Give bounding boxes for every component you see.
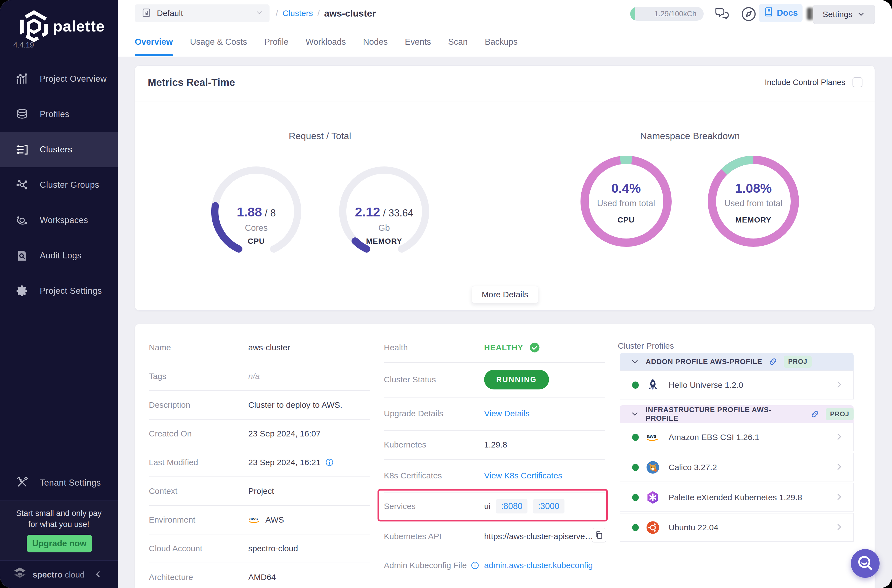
addon-profile-group-header[interactable]: ADDON PROFILE AWS-PROFILE PROJ <box>620 353 854 370</box>
namespace-cpu-percent: 0.4% <box>579 180 673 196</box>
tab-events[interactable]: Events <box>405 28 431 56</box>
breadcrumb-separator: / <box>276 8 278 18</box>
upgrade-now-button[interactable]: Upgrade now <box>27 535 92 552</box>
sidebar-item-audit-logs[interactable]: Audit Logs <box>0 238 118 273</box>
detail-label: Last Modified <box>149 458 248 467</box>
sidebar-item-label: Audit Logs <box>40 250 82 261</box>
include-control-planes-checkbox[interactable] <box>853 77 862 87</box>
row-divider <box>384 459 605 460</box>
detail-value: aws-cluster <box>248 343 290 352</box>
profile-row-amazon-ebs-csi[interactable]: aws Amazon EBS CSI 1.26.1 <box>620 423 854 452</box>
metrics-card-title: Metrics Real-Time <box>148 77 235 88</box>
docs-button[interactable]: Docs <box>759 4 802 22</box>
docs-button-label: Docs <box>777 8 798 18</box>
memory-gauge-unit: Gb <box>337 223 431 233</box>
service-port-3000-link[interactable]: :3000 <box>533 499 565 513</box>
usage-progress-fill <box>630 7 635 21</box>
tab-usage-costs[interactable]: Usage & Costs <box>190 28 247 56</box>
cpu-request-value: 1.88 <box>237 204 262 219</box>
detail-label: Environment <box>149 515 248 525</box>
project-selector-dropdown[interactable]: Default <box>135 4 270 22</box>
sidebar-item-tenant-settings[interactable]: Tenant Settings <box>0 465 118 501</box>
sidebar-item-profiles[interactable]: Profiles <box>0 97 118 132</box>
sidebar-item-label: Clusters <box>40 145 72 154</box>
proj-scope-badge: PROJ <box>784 356 812 368</box>
info-icon[interactable] <box>325 458 334 467</box>
upgrade-details-label: Upgrade Details <box>384 409 443 418</box>
more-details-button[interactable]: More Details <box>472 286 538 303</box>
request-total-title: Request / Total <box>135 130 505 141</box>
detail-row-tags: Tags n/a <box>149 362 370 391</box>
running-status-pill[interactable]: RUNNING <box>484 370 549 390</box>
tab-profile[interactable]: Profile <box>264 28 288 56</box>
breadcrumb-clusters-link[interactable]: Clusters <box>282 9 313 18</box>
breadcrumb-separator: / <box>317 8 320 18</box>
cluster-tabs: Overview Usage & Costs Profile Workloads… <box>135 28 518 56</box>
kubeconfig-label: Admin Kubeconfig File <box>384 561 467 570</box>
help-search-fab[interactable] <box>851 549 880 578</box>
sidebar-item-project-settings[interactable]: Project Settings <box>0 273 118 309</box>
sidebar-footer: spectrocloud <box>0 560 118 588</box>
server-list-icon <box>15 143 29 156</box>
detail-value: AMD64 <box>248 573 276 582</box>
sidebar-item-clusters[interactable]: Clusters <box>0 132 118 167</box>
settings-dropdown-button[interactable]: Settings <box>813 5 875 24</box>
view-details-link[interactable]: View Details <box>484 409 530 418</box>
pxk-hexagon-icon <box>645 489 661 506</box>
kubernetes-label: Kubernetes <box>384 440 426 449</box>
detail-value: 23 Sep 2024, 16:07 <box>248 429 321 438</box>
collapse-sidebar-chevron-icon[interactable] <box>93 569 103 580</box>
detail-label: Created On <box>149 429 248 438</box>
chart-split-divider <box>505 102 505 274</box>
settings-button-label: Settings <box>823 10 853 19</box>
cluster-info-column: Name aws-cluster Tags n/a Description Cl… <box>149 333 370 588</box>
tab-workloads[interactable]: Workloads <box>306 28 346 56</box>
cluster-details-card: Name aws-cluster Tags n/a Description Cl… <box>135 324 875 588</box>
sidebar-item-label: Profiles <box>40 110 69 119</box>
project-scope-icon <box>141 8 151 19</box>
svg-text:aws: aws <box>647 433 656 439</box>
cluster-profiles-title: Cluster Profiles <box>618 341 674 351</box>
service-port-8080-link[interactable]: :8080 <box>496 499 527 513</box>
network-nodes-icon <box>15 178 29 192</box>
health-label: Health <box>384 343 408 352</box>
tab-scan[interactable]: Scan <box>448 28 468 56</box>
ubuntu-logo-icon <box>645 519 661 536</box>
link-icon[interactable] <box>810 410 820 419</box>
compass-explore-icon[interactable] <box>740 6 757 24</box>
profile-row-ubuntu[interactable]: Ubuntu 22.04 <box>620 513 854 542</box>
detail-value: 23 Sep 2024, 16:21 <box>248 458 321 467</box>
profile-pack-name: Palette eXtended Kubernetes 1.29.8 <box>668 493 834 502</box>
link-icon[interactable] <box>768 357 778 366</box>
detail-row-last-modified: Last Modified 23 Sep 2024, 16:21 <box>149 448 370 477</box>
profile-row-calico[interactable]: Calico 3.27.2 <box>620 453 854 482</box>
copy-icon[interactable] <box>592 528 606 543</box>
service-name: ui <box>484 502 491 511</box>
memory-total-value: / 33.64 <box>383 207 413 219</box>
sidebar-item-project-overview[interactable]: Project Overview <box>0 61 118 97</box>
sidebar: palette 4.4.19 Project Overview Profiles… <box>0 0 118 588</box>
info-icon[interactable] <box>471 561 479 570</box>
view-k8s-certificates-link[interactable]: View K8s Certificates <box>484 471 562 480</box>
infrastructure-profile-group-header[interactable]: INFRASTRUCTURE PROFILE AWS-PROFILE PROJ <box>620 405 854 423</box>
chevron-right-icon <box>834 432 844 443</box>
status-dot-green <box>632 524 639 531</box>
tab-backups[interactable]: Backups <box>485 28 518 56</box>
detail-row-environment: Environment aws AWS <box>149 506 370 534</box>
promo-line-2: for what you use! <box>0 519 118 530</box>
profile-row-palette-extended-kubernetes[interactable]: Palette eXtended Kubernetes 1.29.8 <box>620 483 854 512</box>
tab-overview[interactable]: Overview <box>135 28 173 56</box>
include-control-planes-label: Include Control Planes <box>765 78 845 87</box>
chat-feedback-icon[interactable] <box>714 6 730 23</box>
profile-row-hello-universe[interactable]: Hello Universe 1.2.0 <box>620 370 854 399</box>
status-dot-green <box>632 464 639 471</box>
sidebar-item-cluster-groups[interactable]: Cluster Groups <box>0 167 118 202</box>
kubeconfig-download-link[interactable]: admin.aws-cluster.kubeconfig <box>484 561 593 570</box>
k8s-certificates-label: K8s Certificates <box>384 471 442 480</box>
cluster-status-label: Cluster Status <box>384 375 436 384</box>
detail-label: Name <box>149 343 248 352</box>
tab-nodes[interactable]: Nodes <box>363 28 388 56</box>
sidebar-item-workspaces[interactable]: Workspaces <box>0 202 118 238</box>
promo-line-1: Start small and only pay <box>0 508 118 519</box>
kubernetes-version: 1.29.8 <box>484 440 507 449</box>
